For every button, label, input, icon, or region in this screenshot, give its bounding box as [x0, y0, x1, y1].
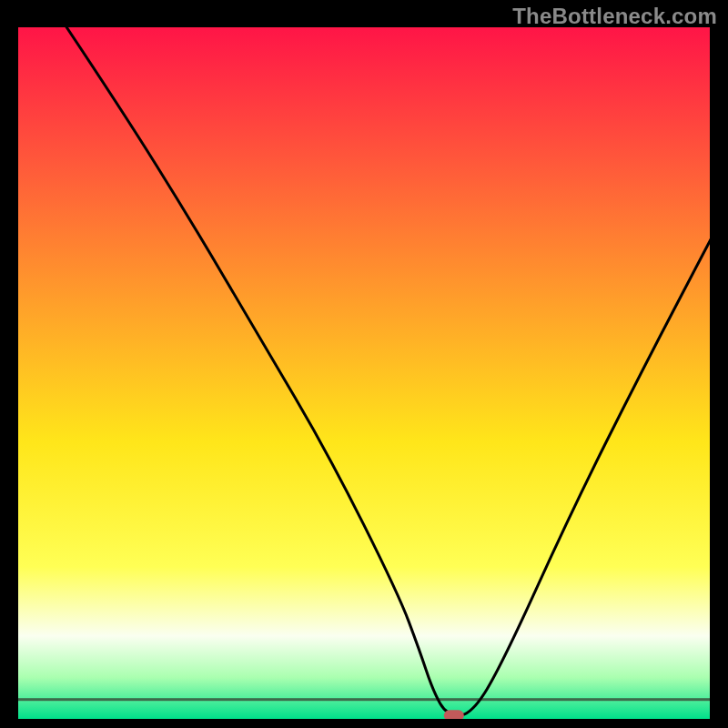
bottleneck-chart — [18, 27, 710, 719]
watermark-text: TheBottleneck.com — [512, 4, 717, 29]
optimal-marker — [444, 710, 464, 719]
chart-frame: TheBottleneck.com — [0, 0, 728, 728]
chart-green-band — [18, 698, 710, 701]
chart-background — [18, 27, 710, 719]
